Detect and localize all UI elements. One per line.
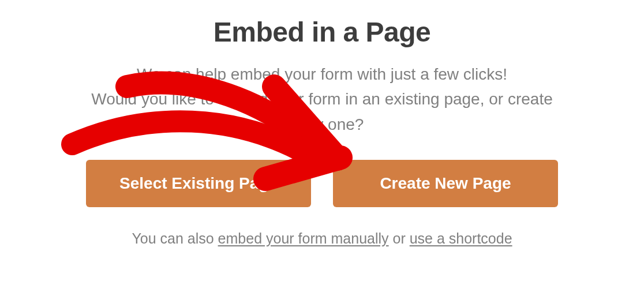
create-new-page-button[interactable]: Create New Page (333, 160, 558, 207)
description-line-2: Would you like to embed your form in an … (91, 90, 552, 108)
footer-middle: or (389, 230, 410, 246)
footer-prefix: You can also (132, 230, 218, 246)
select-existing-page-button[interactable]: Select Existing Page (86, 160, 311, 207)
embed-manually-link[interactable]: embed your form manually (218, 230, 389, 246)
use-shortcode-link[interactable]: use a shortcode (410, 230, 512, 246)
dialog-description: We can help embed your form with just a … (0, 62, 644, 137)
description-line-1: We can help embed your form with just a … (137, 65, 507, 83)
embed-dialog: Embed in a Page We can help embed your f… (0, 0, 644, 307)
dialog-title: Embed in a Page (0, 16, 644, 48)
footer-text: You can also embed your form manually or… (0, 230, 644, 247)
create-new-page-label: Create New Page (380, 174, 511, 193)
button-row: Select Existing Page Create New Page (0, 160, 644, 207)
description-line-3: a new one? (280, 115, 364, 133)
select-existing-page-label: Select Existing Page (119, 174, 278, 193)
